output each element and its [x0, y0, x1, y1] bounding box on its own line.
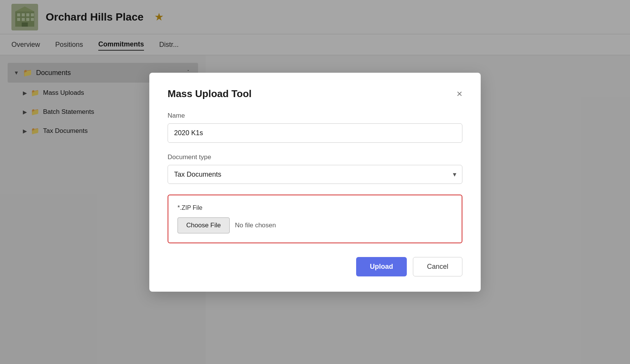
no-file-text: No file chosen [235, 222, 276, 229]
name-label: Name [168, 112, 462, 120]
file-input-row: Choose File No file chosen [177, 217, 453, 233]
mass-upload-modal: Mass Upload Tool × Name Document type Ta… [149, 73, 481, 292]
document-type-label: Document type [168, 153, 462, 161]
file-upload-box: *.ZIP File Choose File No file chosen [168, 195, 462, 243]
modal-header: Mass Upload Tool × [168, 88, 462, 100]
upload-button[interactable]: Upload [356, 257, 407, 276]
document-type-group: Document type Tax Documents Batch Statem… [168, 153, 462, 184]
modal-title: Mass Upload Tool [168, 88, 252, 100]
close-button[interactable]: × [457, 89, 462, 99]
document-type-select-wrapper: Tax Documents Batch Statements Mass Uplo… [168, 165, 462, 184]
file-type-label: *.ZIP File [177, 204, 453, 211]
choose-file-button[interactable]: Choose File [177, 217, 230, 233]
document-type-select[interactable]: Tax Documents Batch Statements Mass Uplo… [168, 165, 462, 184]
modal-overlay: Mass Upload Tool × Name Document type Ta… [0, 0, 630, 364]
name-field-group: Name [168, 112, 462, 143]
name-input[interactable] [168, 123, 462, 143]
modal-footer: Upload Cancel [168, 257, 462, 276]
cancel-button[interactable]: Cancel [413, 257, 462, 276]
